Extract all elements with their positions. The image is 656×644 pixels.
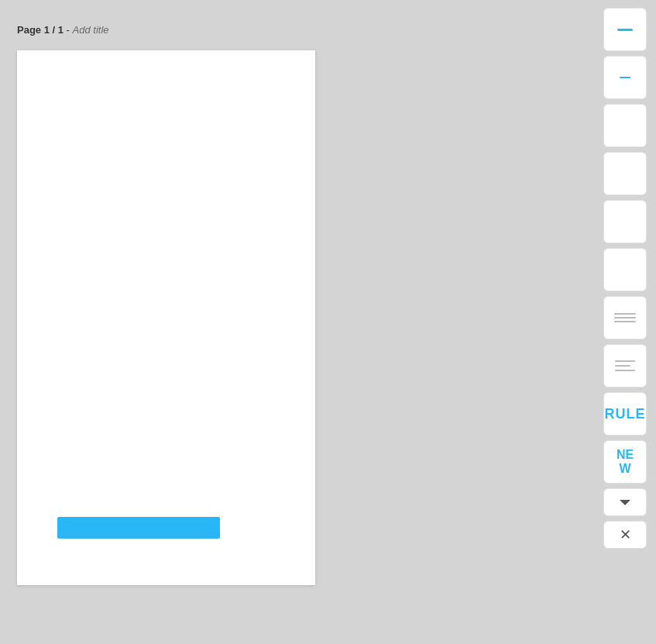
rule-label: RULE bbox=[605, 406, 646, 422]
blue-content-bar[interactable] bbox=[57, 517, 220, 539]
separator: - bbox=[64, 24, 73, 36]
chevron-down-icon bbox=[620, 500, 630, 505]
sidebar-btn-textlines[interactable] bbox=[603, 344, 647, 387]
new-label: NEW bbox=[617, 448, 634, 475]
sidebar-btn-rule[interactable]: RULE bbox=[603, 392, 647, 436]
page-title: Page 1 / 1 - Add title bbox=[17, 24, 109, 36]
canvas-page[interactable] bbox=[17, 50, 315, 585]
sidebar-btn-dash-2[interactable] bbox=[603, 56, 647, 99]
sidebar-btn-lines[interactable] bbox=[603, 296, 647, 339]
canvas-container bbox=[17, 50, 315, 585]
sidebar-btn-dash-1[interactable] bbox=[603, 8, 647, 51]
add-title-link[interactable]: Add title bbox=[73, 24, 109, 36]
blue-dash-icon bbox=[617, 29, 633, 31]
page-number: Page 1 / 1 bbox=[17, 24, 64, 36]
page-title-area: Page 1 / 1 - Add title bbox=[17, 22, 109, 36]
sidebar-btn-blank-4[interactable] bbox=[603, 248, 647, 291]
chevron-down-button[interactable] bbox=[603, 488, 647, 516]
sidebar: RULE NEW ✕ bbox=[602, 8, 648, 549]
blue-dash-sm-icon bbox=[620, 77, 630, 78]
sidebar-btn-new[interactable]: NEW bbox=[603, 440, 647, 484]
close-button[interactable]: ✕ bbox=[603, 521, 647, 549]
close-icon: ✕ bbox=[620, 526, 631, 543]
textlines-icon bbox=[615, 360, 635, 371]
sidebar-btn-blank-3[interactable] bbox=[603, 200, 647, 243]
sidebar-btn-blank-2[interactable] bbox=[603, 152, 647, 195]
sidebar-btn-blank-1[interactable] bbox=[603, 104, 647, 147]
lines-icon bbox=[614, 313, 636, 322]
